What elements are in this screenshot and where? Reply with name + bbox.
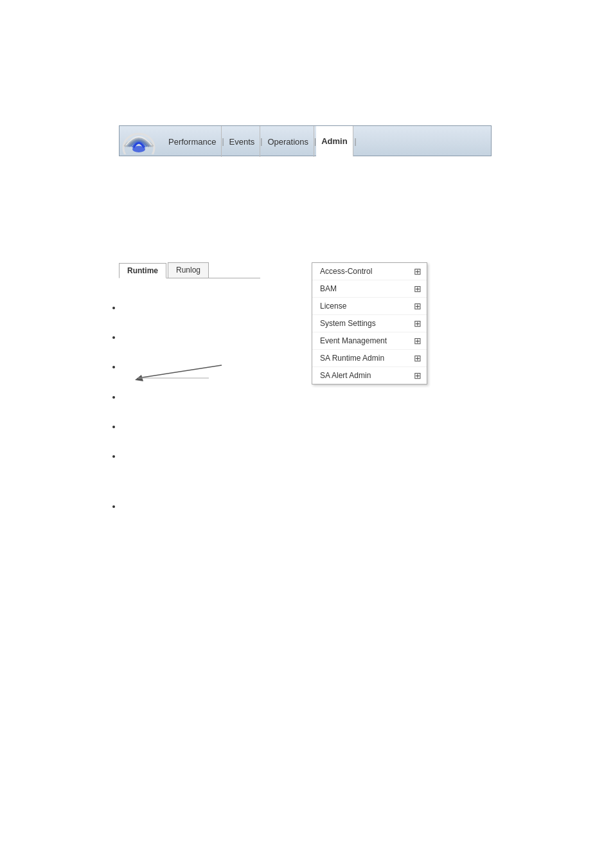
dropdown-item-icon-sa-alert-admin: ⊞ [414, 370, 422, 381]
dropdown-item-label: License [320, 302, 346, 311]
dropdown-item-bam[interactable]: BAM ⊞ [312, 280, 427, 298]
nav-events[interactable]: Events [224, 126, 261, 157]
page-container: Performance | Events | Operations | Admi… [0, 0, 613, 868]
dropdown-item-icon-system-settings: ⊞ [414, 318, 422, 329]
tab-runtime[interactable]: Runtime [119, 263, 166, 278]
bullet-item-5 [122, 421, 553, 433]
dropdown-item-label: Event Management [320, 336, 387, 345]
dropdown-item-icon-bam: ⊞ [414, 284, 422, 294]
nav-separator-4: | [353, 137, 357, 146]
bullet-item-7 [122, 501, 553, 512]
nav-header: Performance | Events | Operations | Admi… [119, 125, 492, 156]
dropdown-container: Access-Control ⊞ BAM ⊞ License ⊞ System … [119, 262, 492, 278]
dropdown-item-label: System Settings [320, 319, 376, 328]
dropdown-item-access-control[interactable]: Access-Control ⊞ [312, 263, 427, 280]
dropdown-item-label: Access-Control [320, 267, 372, 276]
dropdown-item-license[interactable]: License ⊞ [312, 298, 427, 315]
dropdown-item-event-management[interactable]: Event Management ⊞ [312, 332, 427, 350]
dropdown-item-icon-access-control: ⊞ [414, 266, 422, 276]
dropdown-item-icon-sa-runtime-admin: ⊞ [414, 353, 422, 363]
nav-operations[interactable]: Operations [262, 126, 314, 157]
tab-bar: Runtime Runlog [119, 262, 260, 278]
bullet-item-6 [122, 451, 553, 462]
tab-runlog[interactable]: Runlog [168, 262, 209, 278]
dropdown-item-sa-runtime-admin[interactable]: SA Runtime Admin ⊞ [312, 350, 427, 367]
dropdown-item-label: BAM [320, 284, 337, 293]
dropdown-item-label: SA Runtime Admin [320, 354, 384, 363]
admin-dropdown-menu: Access-Control ⊞ BAM ⊞ License ⊞ System … [312, 262, 427, 384]
dropdown-item-icon-event-management: ⊞ [414, 336, 422, 346]
nav-performance[interactable]: Performance [163, 126, 222, 157]
nav-admin[interactable]: Admin [316, 126, 353, 157]
nav-menu: Performance | Events | Operations | Admi… [158, 126, 491, 157]
dropdown-item-sa-alert-admin[interactable]: SA Alert Admin ⊞ [312, 367, 427, 384]
logo-area [120, 126, 158, 157]
dropdown-item-label: SA Alert Admin [320, 371, 371, 380]
nav-area: Performance | Events | Operations | Admi… [119, 125, 492, 278]
logo-icon [122, 129, 155, 154]
svg-point-1 [132, 146, 145, 152]
bullet-item-4 [122, 392, 553, 403]
dropdown-item-icon-license: ⊞ [414, 301, 422, 311]
dropdown-item-system-settings[interactable]: System Settings ⊞ [312, 315, 427, 332]
